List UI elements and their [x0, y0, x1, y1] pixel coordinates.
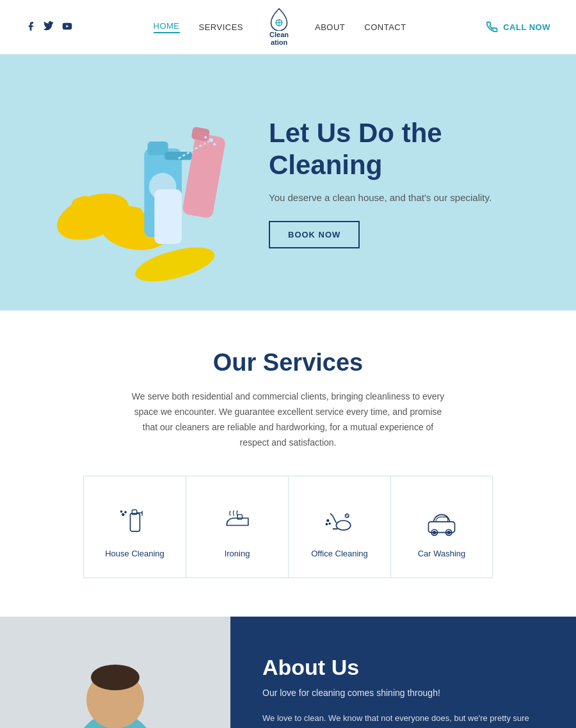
- services-title: Our Services: [26, 349, 550, 376]
- house-cleaning-icon: [117, 503, 153, 538]
- svg-rect-12: [182, 133, 226, 218]
- svg-rect-13: [191, 127, 211, 142]
- nav: HOME SERVICES Clean ation ABOUT CONTACT: [154, 8, 406, 46]
- twitter-icon[interactable]: [44, 21, 54, 33]
- service-card-office-cleaning[interactable]: Office Cleaning: [288, 476, 390, 578]
- nav-contact[interactable]: CONTACT: [364, 22, 406, 32]
- facebook-icon[interactable]: [26, 21, 36, 33]
- about-body: We love to clean. We know that not every…: [262, 711, 544, 728]
- svg-rect-9: [148, 142, 168, 155]
- about-person-illustration: [0, 617, 230, 728]
- car-washing-icon: [424, 503, 460, 538]
- svg-point-23: [122, 514, 124, 516]
- office-cleaning-icon: [322, 503, 358, 538]
- nav-home[interactable]: HOME: [154, 21, 180, 33]
- hero-content: Let Us Do the Cleaning You deserve a cle…: [243, 117, 538, 248]
- logo[interactable]: Clean ation: [269, 8, 289, 46]
- social-icons: [26, 21, 73, 33]
- svg-rect-14: [154, 190, 182, 244]
- svg-point-34: [329, 523, 330, 524]
- svg-point-18: [213, 143, 216, 145]
- nav-about[interactable]: ABOUT: [315, 22, 345, 32]
- hero-title: Let Us Do the Cleaning: [269, 117, 538, 182]
- house-cleaning-label: House Cleaning: [105, 549, 164, 558]
- service-card-house-cleaning[interactable]: House Cleaning: [83, 476, 186, 578]
- about-section: About Us Our love for cleaning comes shi…: [0, 617, 576, 728]
- svg-rect-19: [130, 514, 140, 531]
- ironing-label: Ironing: [225, 549, 250, 558]
- about-tagline: Our love for cleaning comes shining thro…: [262, 688, 544, 698]
- hero-illustration: [38, 80, 243, 285]
- about-image: [0, 617, 230, 728]
- hero-subtitle: You deserve a clean house, and that's ou…: [269, 192, 538, 203]
- call-now-button[interactable]: CALL NOW: [486, 21, 550, 33]
- svg-point-33: [326, 519, 328, 521]
- about-title: About Us: [262, 655, 544, 680]
- ironing-icon: [220, 503, 255, 538]
- svg-point-40: [447, 531, 450, 534]
- service-card-ironing[interactable]: Ironing: [186, 476, 288, 578]
- hero-image: [38, 80, 243, 285]
- hero-section: Let Us Do the Cleaning You deserve a cle…: [0, 54, 576, 311]
- call-now-label: CALL NOW: [503, 22, 550, 32]
- service-card-car-washing[interactable]: Car Washing: [390, 476, 493, 578]
- services-description: We serve both residential and commercial…: [128, 389, 448, 450]
- svg-line-32: [346, 515, 348, 517]
- service-cards: House Cleaning Ironing: [26, 476, 550, 578]
- phone-icon: [486, 21, 498, 33]
- svg-point-39: [433, 531, 436, 534]
- nav-services[interactable]: SERVICES: [199, 22, 244, 32]
- car-washing-label: Car Washing: [418, 549, 466, 558]
- logo-text: Clean ation: [269, 31, 289, 46]
- svg-point-24: [124, 511, 126, 513]
- svg-point-44: [91, 665, 140, 690]
- svg-line-29: [330, 514, 333, 516]
- svg-line-28: [332, 515, 336, 522]
- office-cleaning-label: Office Cleaning: [311, 549, 368, 558]
- svg-point-17: [204, 136, 207, 139]
- svg-point-27: [336, 521, 350, 530]
- svg-point-25: [120, 510, 122, 512]
- book-now-button[interactable]: BOOK NOW: [269, 221, 360, 248]
- svg-point-35: [326, 523, 327, 524]
- svg-point-16: [209, 138, 213, 142]
- services-section: Our Services We serve both residential a…: [0, 311, 576, 617]
- youtube-icon[interactable]: [61, 21, 73, 33]
- about-content: About Us Our love for cleaning comes shi…: [230, 617, 576, 728]
- header: HOME SERVICES Clean ation ABOUT CONTACT …: [0, 0, 576, 54]
